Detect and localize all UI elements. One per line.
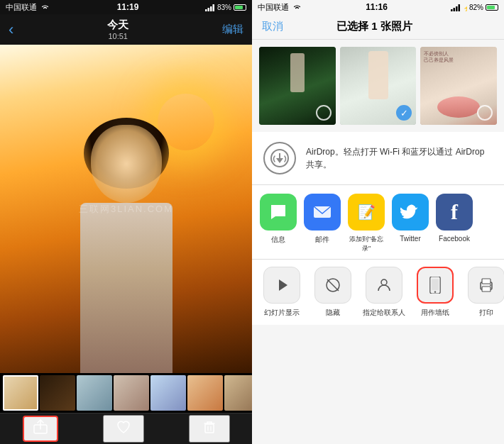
share-row: 信息 邮件 📝 添加到"备忘录" Twitter xyxy=(252,185,504,260)
back-button[interactable]: ‹ xyxy=(9,22,13,38)
share-icon xyxy=(33,419,48,435)
action-hide[interactable]: 隐藏 xyxy=(309,267,357,318)
wallpaper-label: 用作墙纸 xyxy=(421,308,449,318)
svg-rect-10 xyxy=(453,8,455,11)
battery-right: 82% xyxy=(469,4,483,11)
nav-bar-right: 取消 已选择 1 张照片 xyxy=(252,14,504,40)
messages-icon[interactable] xyxy=(260,194,297,231)
airdrop-text: AirDrop。轻点打开 Wi-Fi 和蓝牙以通过 AirDrop 共享。 xyxy=(306,145,494,171)
nav-title-sub: 10:51 xyxy=(107,32,128,40)
time-right: 11:16 xyxy=(366,2,388,12)
svg-rect-2 xyxy=(210,6,212,11)
selection-title: 已选择 1 张照片 xyxy=(336,20,412,33)
svg-point-22 xyxy=(434,291,436,292)
signal-icon-right xyxy=(451,4,461,11)
svg-rect-1 xyxy=(207,8,209,11)
share-notes[interactable]: 📝 添加到"备忘录" xyxy=(346,194,387,253)
right-panel: 中国联通 11:16 ⚡ 82% 取消 已 xyxy=(252,0,504,444)
nav-bar-left: ‹ 今天 10:51 编辑 xyxy=(0,14,252,45)
mail-icon[interactable] xyxy=(304,194,341,231)
battery-icon-right xyxy=(486,4,498,11)
mail-label: 邮件 xyxy=(315,235,329,245)
notes-label: 添加到"备忘录" xyxy=(346,235,387,253)
assign-contact-icon-wrap[interactable] xyxy=(366,267,402,304)
main-photo-bg: 三联网3LIAN.COM xyxy=(0,45,252,373)
trash-icon xyxy=(202,419,217,435)
photo-selection-area: ✓ 不必傍别人己己养是风景 xyxy=(252,40,504,132)
share-twitter[interactable]: Twitter xyxy=(390,194,431,253)
svg-rect-21 xyxy=(432,279,439,290)
action-print[interactable]: 打印 xyxy=(462,267,504,318)
action-row: 幻灯片显示 隐藏 指定给联系人 xyxy=(252,260,504,325)
status-bar-left: 中国联通 11:19 83% xyxy=(0,0,252,14)
notes-icon[interactable]: 📝 xyxy=(348,194,385,231)
svg-text:⚡: ⚡ xyxy=(463,4,467,11)
share-button[interactable] xyxy=(23,416,58,442)
photo-2[interactable]: ✓ xyxy=(340,47,417,125)
share-messages[interactable]: 信息 xyxy=(258,194,299,253)
carrier-left: 中国联通 xyxy=(6,2,37,13)
wallpaper-icon-wrap[interactable] xyxy=(417,267,454,304)
bottom-toolbar xyxy=(0,413,252,444)
svg-point-26 xyxy=(490,284,491,286)
photo-3[interactable]: 不必傍别人己己养是风景 xyxy=(420,47,497,125)
airdrop-icon xyxy=(263,142,296,174)
thumb-2[interactable] xyxy=(40,375,75,411)
edit-button[interactable]: 编辑 xyxy=(222,23,243,36)
twitter-icon[interactable] xyxy=(392,194,429,231)
hide-label: 隐藏 xyxy=(326,308,340,318)
nav-title-main: 今天 xyxy=(107,18,128,32)
facebook-label: Facebook xyxy=(439,235,470,243)
signal-icon-left xyxy=(205,4,215,11)
svg-marker-16 xyxy=(279,279,287,291)
svg-rect-24 xyxy=(482,287,491,292)
svg-rect-9 xyxy=(451,9,453,11)
status-bar-right: 中国联通 11:16 ⚡ 82% xyxy=(252,0,504,14)
battery-icon-left xyxy=(234,4,246,11)
print-icon-wrap[interactable] xyxy=(468,267,504,304)
wifi-icon-left xyxy=(40,4,50,11)
heart-button[interactable] xyxy=(103,415,144,443)
messages-label: 信息 xyxy=(271,235,285,245)
time-left: 11:19 xyxy=(117,2,139,12)
slideshow-icon-wrap[interactable] xyxy=(263,267,300,304)
photo-1[interactable] xyxy=(259,47,336,125)
hide-icon-wrap[interactable] xyxy=(314,267,351,304)
svg-point-19 xyxy=(381,279,387,285)
svg-rect-6 xyxy=(205,424,214,433)
svg-rect-25 xyxy=(482,279,491,284)
print-label: 打印 xyxy=(479,308,493,318)
charging-icon: ⚡ xyxy=(463,4,467,11)
thumb-3[interactable] xyxy=(77,375,112,411)
thumb-4[interactable] xyxy=(114,375,149,411)
heart-icon xyxy=(116,419,131,435)
share-mail[interactable]: 邮件 xyxy=(302,194,343,253)
cancel-button[interactable]: 取消 xyxy=(262,20,283,33)
watermark: 三联网3LIAN.COM xyxy=(79,203,173,216)
main-photo-area: 三联网3LIAN.COM xyxy=(0,45,252,373)
slideshow-label: 幻灯片显示 xyxy=(264,308,300,318)
carrier-right: 中国联通 xyxy=(258,2,289,13)
share-facebook[interactable]: f Facebook xyxy=(434,194,475,253)
svg-line-18 xyxy=(327,279,339,291)
select-circle-3[interactable] xyxy=(477,105,493,121)
assign-contact-label: 指定给联系人 xyxy=(363,308,405,318)
thumb-5[interactable] xyxy=(150,375,186,411)
left-panel: 中国联通 11:19 83% ‹ 今天 10:51 xyxy=(0,0,252,444)
trash-button[interactable] xyxy=(189,415,230,443)
thumbnail-strip[interactable] xyxy=(0,373,252,413)
action-slideshow[interactable]: 幻灯片显示 xyxy=(258,267,306,318)
select-circle-1[interactable] xyxy=(316,105,332,121)
svg-rect-0 xyxy=(205,9,207,11)
wifi-icon-right xyxy=(292,4,302,11)
svg-rect-3 xyxy=(212,4,214,11)
action-wallpaper[interactable]: 用作墙纸 xyxy=(411,267,459,318)
airdrop-section: AirDrop。轻点打开 Wi-Fi 和蓝牙以通过 AirDrop 共享。 xyxy=(252,132,504,185)
action-assign-contact[interactable]: 指定给联系人 xyxy=(360,267,408,318)
battery-left: 83% xyxy=(217,4,231,11)
thumb-6[interactable] xyxy=(187,375,223,411)
thumb-7[interactable] xyxy=(224,375,252,411)
facebook-icon[interactable]: f xyxy=(436,194,473,231)
twitter-label: Twitter xyxy=(400,235,420,243)
thumb-1[interactable] xyxy=(3,375,38,411)
